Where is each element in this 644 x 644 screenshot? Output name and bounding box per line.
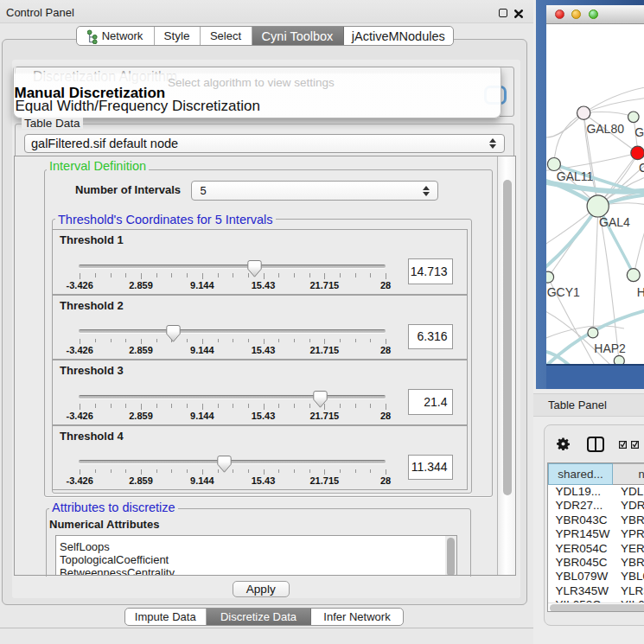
svg-text:GA: GA — [634, 125, 644, 139]
svg-text:C: C — [639, 161, 644, 175]
svg-text:GAL4: GAL4 — [599, 214, 630, 228]
svg-text:HAP2: HAP2 — [594, 341, 626, 355]
svg-text:GCY1: GCY1 — [546, 284, 579, 298]
svg-text:GAL11: GAL11 — [556, 169, 593, 183]
svg-text:H: H — [636, 284, 644, 298]
svg-text:GAL80: GAL80 — [586, 121, 624, 135]
